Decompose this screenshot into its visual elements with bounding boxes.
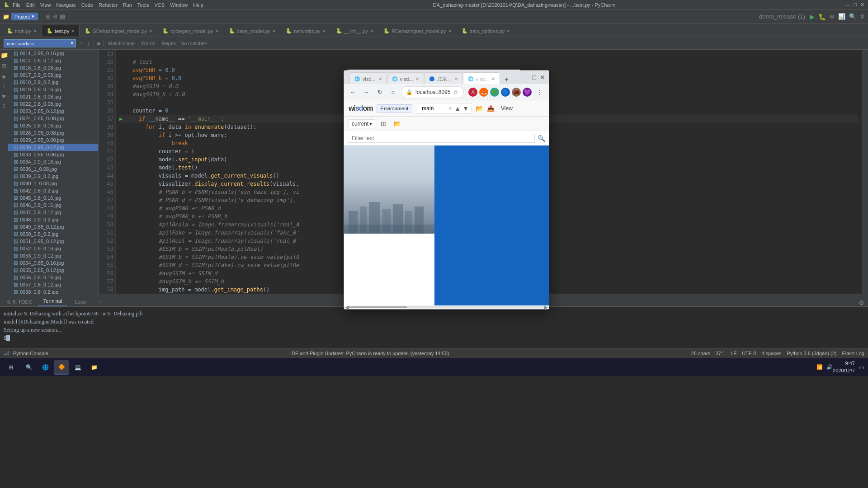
menu-bar[interactable]: File Edit View Navigate Code Refactor Ru… xyxy=(13,2,203,8)
regex-option[interactable]: Regex xyxy=(160,40,178,47)
event-log-btn[interactable]: Event Log xyxy=(842,351,864,356)
file-item[interactable]: 🖼0053_0.9_0.12.jpg xyxy=(8,252,98,259)
back-button[interactable]: ← xyxy=(348,87,359,98)
file-item[interactable]: 🖼0022_0.8_0.08.jpg xyxy=(8,100,98,108)
file-item[interactable]: 🖼0024_0.85_0.08.jpg xyxy=(8,115,98,122)
browser-tab-4[interactable]: 🌐 visd... ✕ xyxy=(463,72,500,85)
tab-cyclegan[interactable]: 🐍 cyclegan_model.py ✕ xyxy=(157,25,223,37)
browser-tab-3[interactable]: 🔵 北京... ✕ xyxy=(424,72,462,85)
menu-code[interactable]: Code xyxy=(81,2,93,8)
tab-close-c[interactable]: ✕ xyxy=(215,28,219,33)
list-view-icon[interactable]: 📂 xyxy=(392,118,402,129)
browser-tab-2[interactable]: 🌐 visd... ✕ xyxy=(387,72,425,85)
filter-icon[interactable]: ≡ xyxy=(97,40,100,47)
file-item[interactable]: 🖼0046_0.9_0.16.jpg xyxy=(8,202,98,209)
project-badge[interactable]: Project ▾ xyxy=(11,13,38,20)
browser-tab-3-close[interactable]: ✕ xyxy=(454,76,458,81)
find-prev-button[interactable]: ↑ xyxy=(79,39,84,47)
words-option[interactable]: Words xyxy=(139,40,157,47)
line-feed[interactable]: LF xyxy=(731,351,736,356)
menu-refactor[interactable]: Refactor xyxy=(99,2,118,8)
sidebar-git-icon[interactable]: 2 xyxy=(0,103,8,108)
file-item[interactable]: 🖼0023_0.85_0.12.jpg xyxy=(8,108,98,115)
python-version[interactable]: Python 3.6 (3dgan) (2) xyxy=(787,351,836,356)
file-item[interactable]: 🖼0014_0.8_0.12.jpg xyxy=(8,57,98,64)
tab-sdehazingnet[interactable]: 🐍 SDehazingnet_model.py ✕ xyxy=(80,25,157,37)
tab-close-b[interactable]: ✕ xyxy=(272,28,276,33)
refresh-button[interactable]: ↻ xyxy=(374,87,385,98)
find-next-button[interactable]: ↓ xyxy=(86,39,91,47)
file-item[interactable]: 🖼0045_0.8_0.16.jpg xyxy=(8,194,98,202)
ext-blue-icon[interactable]: 🔵 xyxy=(501,88,510,97)
indent[interactable]: 4 spaces xyxy=(761,351,781,356)
view-button[interactable]: View xyxy=(498,104,515,113)
browser-window[interactable]: 🌐 visd... ✕ 🌐 visd... ✕ 🔵 北京... ✕ 🌐 visd… xyxy=(344,70,549,310)
terminal-settings-icon[interactable]: ⚙ xyxy=(859,299,864,306)
address-bar[interactable]: 🔒 localhost:8095 ☆ xyxy=(401,86,464,98)
profile-button[interactable]: 📊 xyxy=(838,13,845,20)
menu-edit[interactable]: Edit xyxy=(26,2,35,8)
file-item[interactable]: 🖼0051_0.95_0.12.jpg xyxy=(8,238,98,245)
filter-text-input[interactable] xyxy=(348,134,535,143)
taskbar-time[interactable]: 9:47 2020/12/7 xyxy=(833,360,855,374)
find-input[interactable] xyxy=(4,39,76,47)
debug-button[interactable]: 🐛 xyxy=(818,13,826,20)
show-desktop-btn[interactable]: ▭ xyxy=(859,364,864,371)
browser-tab-1[interactable]: 🌐 visd... ✕ xyxy=(349,72,387,85)
tab-close-n[interactable]: ✕ xyxy=(322,28,326,33)
menu-help[interactable]: Help xyxy=(193,2,203,8)
sidebar-structure-icon[interactable]: ⊞ xyxy=(0,62,8,70)
ext-green-icon[interactable]: 🌿 xyxy=(490,88,499,97)
close-button[interactable]: ✕ xyxy=(860,2,864,8)
scroll-track[interactable] xyxy=(349,306,544,308)
file-item[interactable]: 🖼0048_0.9_0.2.jpg xyxy=(8,216,98,223)
tab-init[interactable]: 🐍 __init__.py ✕ xyxy=(331,25,378,37)
file-item[interactable]: 🖼0034_0.9_0.16.jpg xyxy=(8,158,98,165)
tab-close-i[interactable]: ✕ xyxy=(370,28,373,33)
browser-scrollbar[interactable]: ◀ ▶ xyxy=(344,305,549,309)
sidebar-bookmark-icon[interactable]: ★ xyxy=(0,73,8,80)
bottom-tab-terminal[interactable]: Terminal xyxy=(38,296,68,306)
file-item[interactable]: 🖼0039_0.9_0.2.jpg xyxy=(8,173,98,180)
ext-pdf-icon[interactable]: A xyxy=(468,88,477,97)
file-item[interactable]: 🖼0042_0.8_0.2.jpg xyxy=(8,187,98,194)
file-item[interactable]: 🖼0047_0.9_0.12.jpg xyxy=(8,209,98,216)
search-everywhere[interactable]: 🔍 xyxy=(849,13,856,20)
run-button[interactable]: ▶ xyxy=(810,13,815,20)
file-item[interactable]: 🖼0018_0.9_0.2.jpg xyxy=(8,79,98,86)
minimize-button[interactable]: — xyxy=(845,2,850,8)
file-item[interactable]: 🖼0054_0.85_0.16.jpg xyxy=(8,259,98,267)
tab-base-model[interactable]: 🐍 base_model.py ✕ xyxy=(224,25,281,37)
env-folder-icon[interactable]: 📂 xyxy=(476,105,483,112)
tab-rdehazingnet[interactable]: 🐍 RDehazingnet_model.py ✕ xyxy=(378,25,456,37)
python-console-btn[interactable]: Python Console xyxy=(13,351,48,356)
maximize-button[interactable]: □ xyxy=(854,2,857,8)
file-item[interactable]: 🖼0016_0.8_0.08.jpg xyxy=(8,64,98,71)
match-case-option[interactable]: Match Case xyxy=(106,40,137,47)
sidebar-project-icon[interactable]: 📁 xyxy=(0,52,8,59)
browser-tab-1-close[interactable]: ✕ xyxy=(378,76,382,81)
file-item[interactable]: 🖼0056_0.8_0.16.jpg xyxy=(8,274,98,281)
terminal-prompt[interactable]: $ xyxy=(4,334,864,342)
taskbar-terminal[interactable]: 💻 xyxy=(71,360,85,375)
menu-view[interactable]: View xyxy=(40,2,51,8)
scroll-thumb[interactable] xyxy=(349,306,407,308)
settings-gear[interactable]: ⚙ xyxy=(860,13,865,20)
bookmark-star-icon[interactable]: ☆ xyxy=(453,89,459,96)
tab-close-train[interactable]: ✕ xyxy=(33,28,37,33)
env-arrow-up[interactable]: ▲ xyxy=(454,105,461,112)
browser-minimize-btn[interactable]: — xyxy=(523,74,529,81)
clear-find-icon[interactable]: ✕ xyxy=(70,40,74,46)
home-button[interactable]: ⌂ xyxy=(388,87,399,98)
tab-close-to[interactable]: ✕ xyxy=(506,28,510,33)
env-input-container[interactable]: ✕ ▲ ▼ xyxy=(416,103,472,114)
menu-navigate[interactable]: Navigate xyxy=(56,2,75,8)
file-item[interactable]: 🖼0021_0.8_0.08.jpg xyxy=(8,93,98,100)
file-item[interactable]: 🖼0026_0.95_0.08.jpg xyxy=(8,129,98,136)
browser-close-btn[interactable]: ✕ xyxy=(540,74,545,81)
tab-train-options[interactable]: 🐍 train_options.py ✕ xyxy=(457,25,515,37)
menu-vcs[interactable]: VCS xyxy=(155,2,165,8)
tab-test-py[interactable]: 🐍 test.py ✕ xyxy=(42,25,80,37)
env-upload-icon[interactable]: 📤 xyxy=(487,105,495,112)
sidebar-favorites-icon[interactable]: ♥ xyxy=(0,93,8,100)
